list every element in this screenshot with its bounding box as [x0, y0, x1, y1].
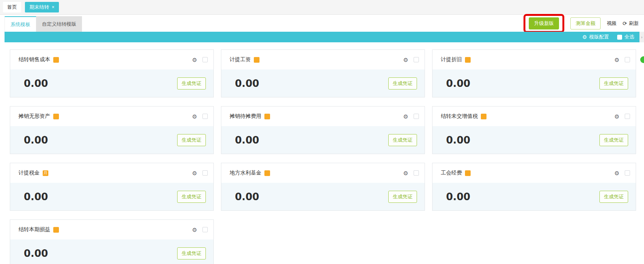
- closing-card: 工会经费 ⚙ 0.00 生成凭证: [432, 163, 636, 211]
- card-settings-gear-icon[interactable]: ⚙: [403, 57, 408, 63]
- estimate-amount-button[interactable]: 测算金额: [570, 17, 601, 29]
- card-title: 结转销售成本: [19, 56, 50, 63]
- view-tabs: 系统模板 自定义结转模版: [5, 16, 82, 32]
- card-body: 0.00 生成凭证: [432, 126, 636, 154]
- generate-voucher-button[interactable]: 生成凭证: [388, 191, 417, 203]
- card-checkbox[interactable]: [414, 170, 419, 176]
- card-checkbox[interactable]: [625, 114, 630, 119]
- card-body: 0.00 生成凭证: [432, 69, 636, 97]
- card-title: 计提折旧: [441, 56, 462, 63]
- monthly-badge: [53, 57, 59, 63]
- closing-card: 结转销售成本 ⚙ 0.00 生成凭证: [10, 49, 214, 97]
- generate-voucher-button[interactable]: 生成凭证: [388, 134, 417, 146]
- generate-voucher-button[interactable]: 生成凭证: [599, 134, 628, 146]
- card-amount: 0.00: [24, 134, 48, 146]
- floating-helper-dot[interactable]: [640, 56, 644, 63]
- card-title: 摊销待摊费用: [230, 113, 261, 120]
- monthly-badge: [53, 114, 59, 119]
- closing-card: 摊销无形资产 ⚙ 0.00 生成凭证: [10, 106, 214, 154]
- generate-voucher-button[interactable]: 生成凭证: [599, 77, 628, 90]
- card-title: 结转未交增值税: [441, 113, 478, 120]
- card-body: 0.00 生成凭证: [432, 183, 636, 210]
- card-header: 计提税金 月 ⚙: [10, 163, 213, 183]
- close-icon[interactable]: ×: [52, 5, 54, 9]
- select-all-checkbox[interactable]: [617, 35, 622, 40]
- video-link[interactable]: 视频: [607, 20, 616, 27]
- card-settings-gear-icon[interactable]: ⚙: [403, 170, 408, 176]
- card-checkbox[interactable]: [625, 57, 630, 62]
- closing-card-grid: 结转销售成本 ⚙ 0.00 生成凭证 计提工资 ⚙ 0.00 生成凭证 计提折旧: [10, 49, 636, 264]
- card-body: 0.00 生成凭证: [221, 183, 425, 210]
- card-checkbox[interactable]: [414, 57, 419, 62]
- card-amount: 0.00: [235, 78, 259, 89]
- generate-voucher-button[interactable]: 生成凭证: [177, 77, 206, 90]
- card-amount: 0.00: [24, 78, 48, 89]
- header-actions: 升级新版 测算金额 视频 ⟳ 刷新: [524, 15, 639, 32]
- generate-voucher-button[interactable]: 生成凭证: [177, 191, 206, 203]
- gear-icon: ⚙: [582, 34, 587, 40]
- template-config-button[interactable]: ⚙ 模版配置: [582, 34, 609, 40]
- tab-period-end-closing-label: 期末结转: [29, 4, 49, 11]
- closing-card: 结转未交增值税 ⚙ 0.00 生成凭证: [432, 106, 636, 154]
- card-body: 0.00 生成凭证: [221, 69, 425, 97]
- generate-voucher-button[interactable]: 生成凭证: [388, 77, 417, 90]
- tab-custom-template[interactable]: 自定义结转模版: [36, 16, 82, 32]
- closing-card: 地方水利基金 ⚙ 0.00 生成凭证: [221, 163, 425, 211]
- select-all-label: 全选: [624, 34, 634, 40]
- template-config-label: 模版配置: [589, 34, 609, 40]
- card-settings-gear-icon[interactable]: ⚙: [615, 57, 619, 63]
- card-checkbox[interactable]: [202, 57, 208, 62]
- card-checkbox[interactable]: [625, 170, 630, 176]
- card-header: 地方水利基金 ⚙: [221, 163, 425, 183]
- refresh-icon: ⟳: [622, 20, 627, 26]
- card-settings-gear-icon[interactable]: ⚙: [192, 114, 197, 119]
- template-toolbar: ⚙ 模版配置 全选: [5, 32, 639, 42]
- monthly-badge: [481, 114, 486, 119]
- monthly-badge: [53, 227, 59, 233]
- card-settings-gear-icon[interactable]: ⚙: [615, 114, 619, 119]
- toolbar-scroll-chevron[interactable]: ›: [639, 32, 644, 42]
- upgrade-highlight-box: 升级新版: [524, 14, 564, 33]
- closing-card: 计提折旧 ⚙ 0.00 生成凭证: [432, 49, 636, 97]
- monthly-badge: [264, 114, 270, 119]
- card-settings-gear-icon[interactable]: ⚙: [615, 170, 619, 176]
- monthly-badge: [465, 170, 471, 176]
- card-checkbox[interactable]: [414, 114, 419, 119]
- refresh-label: 刷新: [629, 20, 639, 27]
- card-title: 结转本期损益: [19, 226, 50, 233]
- card-title: 计提税金: [19, 170, 40, 176]
- closing-card: 摊销待摊费用 ⚙ 0.00 生成凭证: [221, 106, 425, 154]
- card-settings-gear-icon[interactable]: ⚙: [403, 114, 408, 119]
- monthly-badge: [264, 170, 270, 176]
- card-checkbox[interactable]: [202, 114, 208, 119]
- card-checkbox[interactable]: [202, 227, 208, 232]
- card-header: 计提工资 ⚙: [221, 50, 425, 69]
- card-settings-gear-icon[interactable]: ⚙: [192, 57, 197, 63]
- generate-voucher-button[interactable]: 生成凭证: [599, 191, 628, 203]
- card-amount: 0.00: [446, 78, 470, 89]
- generate-voucher-button[interactable]: 生成凭证: [177, 247, 206, 259]
- tab-period-end-closing[interactable]: 期末结转 ×: [25, 2, 59, 12]
- tab-home[interactable]: 首页: [3, 2, 21, 12]
- card-title: 计提工资: [230, 56, 251, 63]
- refresh-link[interactable]: ⟳ 刷新: [622, 20, 639, 27]
- monthly-badge: 月: [43, 170, 48, 176]
- card-header: 摊销无形资产 ⚙: [10, 107, 213, 126]
- select-all-control[interactable]: 全选: [617, 34, 634, 40]
- header-row: 系统模板 自定义结转模版 升级新版 测算金额 视频 ⟳ 刷新: [0, 15, 644, 32]
- card-amount: 0.00: [235, 191, 259, 202]
- card-body: 0.00 生成凭证: [10, 183, 213, 210]
- card-amount: 0.00: [446, 191, 470, 202]
- card-title: 地方水利基金: [230, 170, 261, 176]
- tab-system-template[interactable]: 系统模板: [5, 16, 36, 32]
- card-header: 结转本期损益 ⚙: [10, 220, 213, 239]
- generate-voucher-button[interactable]: 生成凭证: [177, 134, 206, 146]
- card-settings-gear-icon[interactable]: ⚙: [192, 227, 197, 233]
- card-title: 摊销无形资产: [19, 113, 50, 120]
- card-settings-gear-icon[interactable]: ⚙: [192, 170, 197, 176]
- upgrade-button[interactable]: 升级新版: [529, 17, 559, 29]
- card-body: 0.00 生成凭证: [10, 126, 213, 154]
- closing-card: 计提工资 ⚙ 0.00 生成凭证: [221, 49, 425, 97]
- closing-card: 结转本期损益 ⚙ 0.00 生成凭证: [10, 219, 214, 264]
- card-checkbox[interactable]: [202, 170, 208, 176]
